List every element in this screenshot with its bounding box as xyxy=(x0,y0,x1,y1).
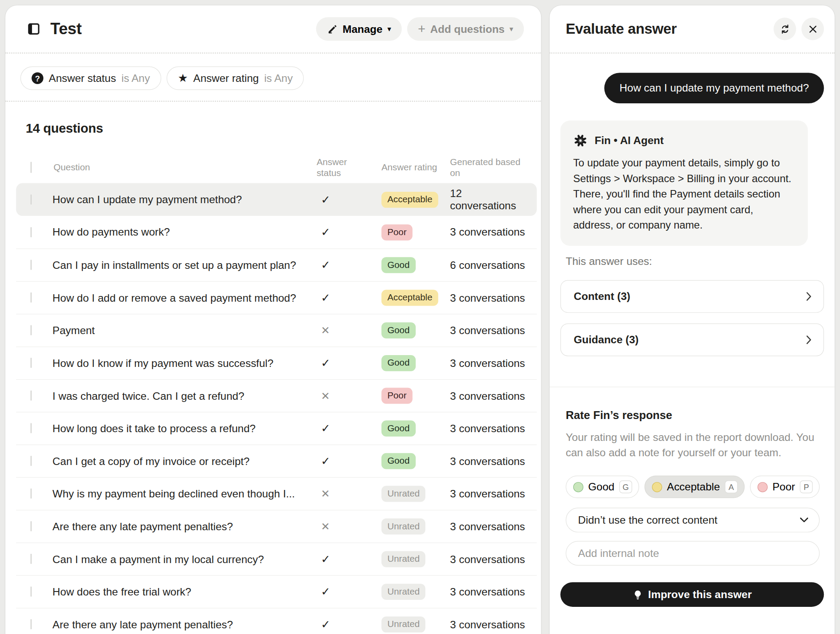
manage-button[interactable]: Manage ▾ xyxy=(316,17,402,41)
answer-status-icon: ✓ xyxy=(312,455,364,468)
row-checkbox[interactable] xyxy=(31,619,32,629)
rating-color-dot xyxy=(652,482,662,492)
row-checkbox[interactable] xyxy=(31,260,32,270)
generated-based-on: 3 conversations xyxy=(446,292,530,304)
answer-rating-badge: Acceptable xyxy=(381,191,438,208)
question-text: Payment xyxy=(49,324,313,337)
row-checkbox[interactable] xyxy=(31,456,32,466)
add-questions-button-label: Add questions xyxy=(430,23,505,35)
filter-bar: ? Answer status is Any ★ Answer rating i… xyxy=(5,53,541,101)
row-checkbox[interactable] xyxy=(31,521,32,531)
improve-answer-label: Improve this answer xyxy=(648,588,752,601)
rating-option-button[interactable]: Good G xyxy=(566,476,639,498)
generated-based-on: 3 conversations xyxy=(446,488,530,500)
row-checkbox[interactable] xyxy=(31,194,32,204)
rating-option-label: Poor xyxy=(773,481,795,493)
table-row[interactable]: Can I pay in installments or set up a pa… xyxy=(16,249,537,282)
table-row[interactable]: Can I get a copy of my invoice or receip… xyxy=(16,444,537,477)
rating-reason-dropdown[interactable]: Didn’t use the correct content xyxy=(566,508,820,532)
answer-rating-badge: Acceptable xyxy=(381,290,438,306)
column-header-answer-rating: Answer rating xyxy=(364,162,446,173)
answer-rating-badge: Unrated xyxy=(381,518,426,535)
row-checkbox[interactable] xyxy=(31,358,32,368)
answer-status-icon: ✓ xyxy=(312,553,364,565)
content-source-row[interactable]: Content (3) xyxy=(560,280,824,313)
question-text: How do I add or remove a saved payment m… xyxy=(49,292,313,304)
filter-label: Answer status xyxy=(49,72,116,85)
generated-based-on: 12 conversations xyxy=(446,187,530,212)
question-text: Can I get a copy of my invoice or receip… xyxy=(49,455,313,467)
answer-rating-badge: Good xyxy=(381,355,416,371)
answer-status-icon: ✓ xyxy=(312,259,364,271)
test-panel: Test Manage ▾ + Add questions ▾ xyxy=(5,5,541,634)
table-row[interactable]: How do payments work? ✓ Poor 3 conversat… xyxy=(16,216,537,249)
rating-option-button[interactable]: Acceptable A xyxy=(644,476,745,498)
lightbulb-icon xyxy=(632,589,642,599)
question-text: How can I update my payment method? xyxy=(49,194,313,206)
answer-rating-badge: Poor xyxy=(381,224,413,240)
chevron-right-icon xyxy=(806,292,812,301)
row-checkbox[interactable] xyxy=(31,325,32,335)
select-all-checkbox[interactable] xyxy=(31,162,32,173)
table-row[interactable]: I was charged twice. Can I get a refund?… xyxy=(16,379,537,412)
add-questions-button[interactable]: + Add questions ▾ xyxy=(407,17,524,41)
chevron-right-icon xyxy=(806,335,812,345)
rate-description: Your rating will be saved in the report … xyxy=(566,430,818,461)
layout-panel-icon[interactable] xyxy=(27,22,41,36)
generated-based-on: 3 conversations xyxy=(446,324,530,337)
table-row[interactable]: How long does it take to process a refun… xyxy=(16,412,537,445)
filter-condition: is Any xyxy=(121,72,150,85)
row-checkbox[interactable] xyxy=(31,423,32,433)
pencil-icon xyxy=(327,23,338,35)
refresh-icon xyxy=(779,23,791,35)
close-button[interactable] xyxy=(801,18,824,40)
question-text: Why is my payment being declined even th… xyxy=(49,488,313,500)
filter-label: Answer rating xyxy=(193,72,259,85)
guidance-source-row[interactable]: Guidance (3) xyxy=(560,324,824,356)
filter-answer-status[interactable]: ? Answer status is Any xyxy=(20,67,161,90)
generated-based-on: 3 conversations xyxy=(446,520,530,532)
row-checkbox[interactable] xyxy=(31,554,32,564)
table-row[interactable]: Are there any late payment penalties? ✓ … xyxy=(16,608,537,634)
answer-rating-badge: Unrated xyxy=(381,486,426,502)
table-row[interactable]: How does the free trial work? ✓ Unrated … xyxy=(16,575,537,608)
plus-icon: + xyxy=(418,22,425,35)
chevron-down-icon: ▾ xyxy=(509,25,513,32)
question-text: Are there any late payment penalties? xyxy=(49,618,313,630)
internal-note-input[interactable] xyxy=(566,541,820,565)
keyboard-shortcut-badge: A xyxy=(725,480,738,493)
table-row[interactable]: Why is my payment being declined even th… xyxy=(16,477,537,510)
column-header-generated: Generated based on xyxy=(446,156,530,179)
column-header-question: Question xyxy=(49,162,313,173)
question-text: Can I make a payment in my local currenc… xyxy=(49,553,313,565)
row-checkbox[interactable] xyxy=(31,489,32,499)
row-checkbox[interactable] xyxy=(31,292,32,303)
table-row[interactable]: Payment ✕ Good 3 conversations xyxy=(16,314,537,347)
improve-answer-button[interactable]: Improve this answer xyxy=(560,582,824,607)
table-row[interactable]: How do I know if my payment was successf… xyxy=(16,346,537,379)
rating-option-button[interactable]: Poor P xyxy=(750,476,819,498)
question-text: Are there any late payment penalties? xyxy=(49,520,313,532)
answer-status-icon: ✓ xyxy=(312,291,364,304)
question-text: How long does it take to process a refun… xyxy=(49,423,313,435)
rate-heading: Rate Fin’s response xyxy=(566,409,824,421)
answer-rating-badge: Good xyxy=(381,322,416,338)
refresh-button[interactable] xyxy=(773,18,796,40)
question-text: How do payments work? xyxy=(49,226,313,238)
filter-answer-rating[interactable]: ★ Answer rating is Any xyxy=(166,67,304,90)
question-text: How do I know if my payment was successf… xyxy=(49,357,313,369)
content-source-label: Content (3) xyxy=(574,290,806,303)
table-row[interactable]: Can I make a payment in my local currenc… xyxy=(16,542,537,575)
rating-color-dot xyxy=(758,482,768,492)
row-checkbox[interactable] xyxy=(31,227,32,237)
row-checkbox[interactable] xyxy=(31,586,32,596)
row-checkbox[interactable] xyxy=(31,391,32,401)
answer-status-icon: ✓ xyxy=(312,618,364,631)
agent-answer-card: Fin • AI Agent To update your payment de… xyxy=(560,120,808,246)
table-row[interactable]: How can I update my payment method? ✓ Ac… xyxy=(16,183,537,216)
agent-name: Fin • AI Agent xyxy=(595,134,664,147)
user-question-bubble: How can I update my payment method? xyxy=(604,73,824,103)
table-row[interactable]: Are there any late payment penalties? ✕ … xyxy=(16,510,537,542)
table-row[interactable]: How do I add or remove a saved payment m… xyxy=(16,281,537,314)
table-body: How can I update my payment method? ✓ Ac… xyxy=(16,183,537,634)
